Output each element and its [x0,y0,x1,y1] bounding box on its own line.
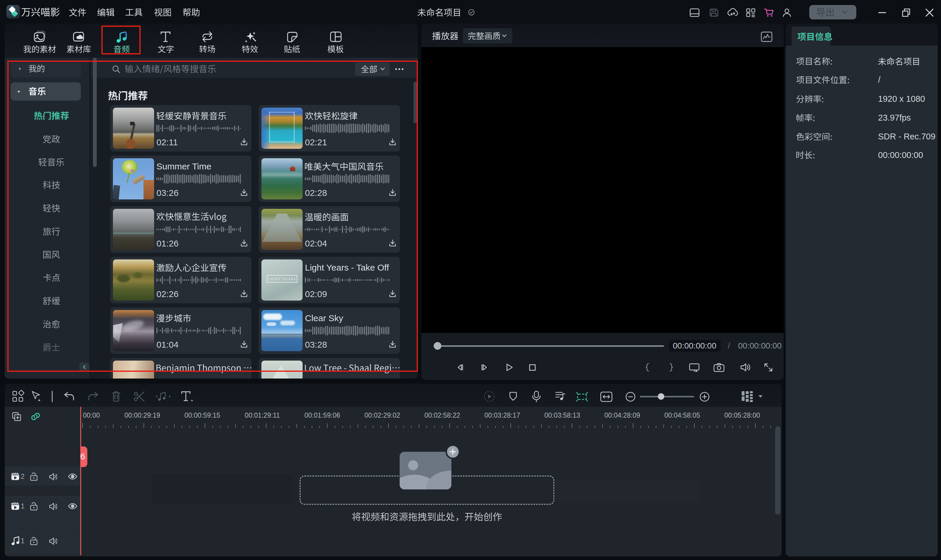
svg-text:1: 1 [21,502,25,510]
svg-text:1: 1 [21,537,25,545]
svg-text:2: 2 [21,472,25,480]
